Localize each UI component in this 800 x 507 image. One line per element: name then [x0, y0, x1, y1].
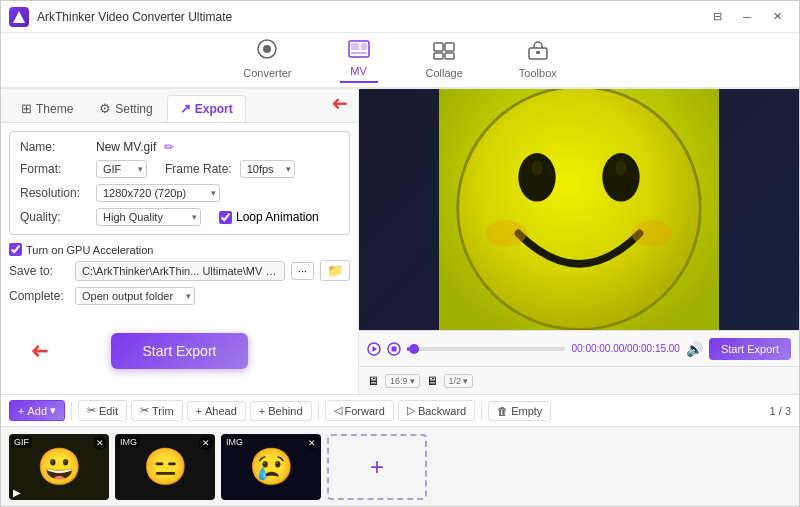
- frame-rate-select[interactable]: 10fps 24fps 30fps: [240, 160, 295, 178]
- svg-rect-12: [536, 51, 540, 54]
- quality-select[interactable]: High Quality Medium Quality Low Quality: [96, 208, 201, 226]
- backward-icon: ▷: [407, 404, 415, 417]
- behind-button[interactable]: + Behind: [250, 401, 312, 421]
- top-nav: Converter MV Col: [1, 33, 799, 89]
- behind-label: Behind: [268, 405, 302, 417]
- thumb1-play-icon: ▶: [13, 487, 21, 498]
- svg-rect-8: [445, 43, 454, 51]
- start-export-button-right[interactable]: Start Export: [709, 338, 791, 360]
- resolution-label: Resolution:: [20, 186, 88, 200]
- nav-collage[interactable]: Collage: [418, 38, 471, 83]
- window-controls: ⊟ ─ ✕: [703, 7, 791, 27]
- open-folder-button[interactable]: 📁: [320, 260, 350, 281]
- nav-toolbox-label: Toolbox: [519, 67, 557, 79]
- ahead-button[interactable]: + Ahead: [187, 401, 246, 421]
- add-thumbnail-button[interactable]: +: [327, 434, 427, 500]
- tab-setting[interactable]: ⚙ Setting: [87, 96, 164, 121]
- thumb3-close-button[interactable]: ✕: [305, 436, 319, 450]
- toolbar-separator-3: [481, 402, 482, 420]
- thumbnail-2[interactable]: 😑 IMG ✕: [115, 434, 215, 500]
- complete-select-wrapper[interactable]: Open output folder Do nothing Shut down: [75, 287, 195, 305]
- stop-button[interactable]: [387, 342, 401, 356]
- start-export-button-left[interactable]: Start Export: [111, 333, 249, 369]
- zoom-select[interactable]: 1/2 ▾: [444, 374, 474, 388]
- progress-bar[interactable]: [407, 347, 565, 351]
- minimize-button[interactable]: ⊟: [703, 7, 731, 27]
- add-button[interactable]: + Add ▾: [9, 400, 65, 421]
- empty-button[interactable]: 🗑 Empty: [488, 401, 551, 421]
- volume-button[interactable]: 🔊: [686, 341, 703, 357]
- thumb1-type-icon: GIF: [11, 436, 32, 448]
- aspect-ratio-value: 16:9: [390, 376, 408, 386]
- app-title: ArkThinker Video Converter Ultimate: [37, 10, 703, 24]
- svg-point-17: [602, 153, 639, 202]
- toolbox-icon: [527, 40, 549, 65]
- format-select[interactable]: GIF MP4 AVI: [96, 160, 147, 178]
- backward-label: Backward: [418, 405, 466, 417]
- gpu-acceleration-checkbox[interactable]: [9, 243, 22, 256]
- quality-select-wrapper[interactable]: High Quality Medium Quality Low Quality: [96, 208, 201, 226]
- format-row: Format: GIF MP4 AVI Frame Rate: 10fps 24…: [20, 160, 339, 178]
- toolbar-separator-1: [71, 402, 72, 420]
- gpu-acceleration-label: Turn on GPU Acceleration: [26, 244, 153, 256]
- empty-label: Empty: [511, 405, 542, 417]
- svg-rect-7: [434, 43, 443, 51]
- trim-button[interactable]: ✂ Trim: [131, 400, 183, 421]
- export-settings-form: Name: New MV.gif ✏ Format: GIF MP4 AVI F…: [9, 131, 350, 235]
- name-edit-icon[interactable]: ✏: [164, 140, 174, 154]
- close-button[interactable]: ✕: [763, 7, 791, 27]
- thumb3-type-icon: IMG: [223, 436, 246, 448]
- app-logo: [9, 7, 29, 27]
- frame-rate-select-wrapper[interactable]: 10fps 24fps 30fps: [240, 160, 295, 178]
- preview-content: [359, 89, 799, 330]
- resolution-select-wrapper[interactable]: 1280x720 (720p) 1920x1080 (1080p) 640x48…: [96, 184, 220, 202]
- maximize-button[interactable]: ─: [733, 7, 761, 27]
- browse-path-button[interactable]: ···: [291, 262, 314, 280]
- current-time: 00:00:00.00: [571, 343, 624, 354]
- nav-converter[interactable]: Converter: [235, 34, 299, 83]
- aspect-ratio-select[interactable]: 16:9 ▾: [385, 374, 420, 388]
- edit-button[interactable]: ✂ Edit: [78, 400, 127, 421]
- complete-label: Complete:: [9, 289, 69, 303]
- nav-toolbox[interactable]: Toolbox: [511, 36, 565, 83]
- thumb1-close-button[interactable]: ✕: [93, 436, 107, 450]
- export-tab-icon: ↗: [180, 101, 191, 116]
- monitor-icon: 🖥: [426, 374, 438, 388]
- svg-point-18: [615, 160, 626, 175]
- forward-icon: ◁: [334, 404, 342, 417]
- tab-export[interactable]: ↗ Export: [167, 95, 246, 122]
- nav-mv[interactable]: MV: [340, 36, 378, 83]
- converter-icon: [256, 38, 278, 65]
- collage-icon: [433, 42, 455, 65]
- controls-row2: 🖥 16:9 ▾ 🖥 1/2 ▾: [359, 366, 799, 394]
- name-value: New MV.gif: [96, 140, 156, 154]
- complete-action-select[interactable]: Open output folder Do nothing Shut down: [75, 287, 195, 305]
- mv-icon: [348, 40, 370, 63]
- zoom-value: 1/2: [449, 376, 462, 386]
- svg-marker-0: [13, 11, 25, 23]
- progress-handle[interactable]: [409, 344, 419, 354]
- right-panel: 00:00:00.00/00:00:15.00 🔊 Start Export 🖥…: [359, 89, 799, 394]
- screen-icon: 🖥: [367, 374, 379, 388]
- backward-button[interactable]: ▷ Backward: [398, 400, 475, 421]
- tab-theme[interactable]: ⊞ Theme: [9, 96, 85, 121]
- thumbnail-1[interactable]: 😀 GIF ✕ ▶: [9, 434, 109, 500]
- tab-theme-label: Theme: [36, 102, 73, 116]
- resolution-select[interactable]: 1280x720 (720p) 1920x1080 (1080p) 640x48…: [96, 184, 220, 202]
- svg-rect-24: [392, 346, 397, 351]
- format-label: Format:: [20, 162, 88, 176]
- page-count: 1 / 3: [770, 405, 791, 417]
- play-button[interactable]: [367, 342, 381, 356]
- loop-animation-checkbox[interactable]: [219, 211, 232, 224]
- format-select-wrapper[interactable]: GIF MP4 AVI: [96, 160, 147, 178]
- loop-animation-label: Loop Animation: [236, 210, 319, 224]
- trim-icon: ✂: [140, 404, 149, 417]
- nav-mv-label: MV: [350, 65, 367, 77]
- frame-rate-label: Frame Rate:: [165, 162, 232, 176]
- ahead-label: Ahead: [205, 405, 237, 417]
- loop-animation-row: Loop Animation: [219, 210, 319, 224]
- video-preview: [359, 89, 799, 330]
- forward-button[interactable]: ◁ Forward: [325, 400, 394, 421]
- thumbnail-3[interactable]: 😢 IMG ✕: [221, 434, 321, 500]
- thumb2-close-button[interactable]: ✕: [199, 436, 213, 450]
